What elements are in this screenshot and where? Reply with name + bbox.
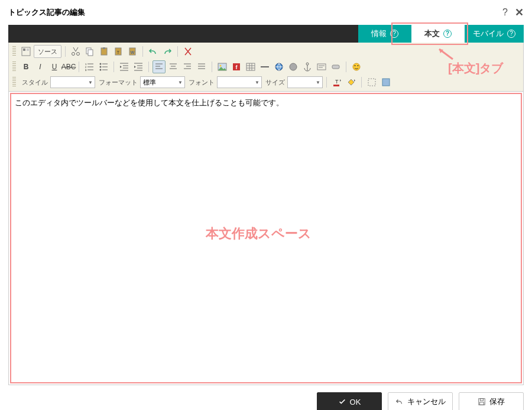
flash-icon[interactable]: f bbox=[230, 60, 243, 73]
outdent-icon[interactable] bbox=[118, 60, 131, 73]
paste-word-icon[interactable]: W bbox=[126, 45, 139, 58]
align-left-icon[interactable] bbox=[153, 60, 166, 73]
dialog-title: トピックス記事の編集 bbox=[8, 7, 85, 18]
dialog-header: トピックス記事の編集 ? ✕ bbox=[0, 0, 532, 25]
undo-icon[interactable] bbox=[147, 45, 160, 58]
svg-text:T: T bbox=[335, 79, 339, 85]
unlink-icon[interactable] bbox=[287, 60, 300, 73]
cut-icon[interactable] bbox=[69, 45, 82, 58]
image-icon[interactable] bbox=[216, 60, 229, 73]
svg-rect-62 bbox=[332, 65, 339, 69]
tab-info-label: 情報 bbox=[371, 28, 387, 39]
svg-point-65 bbox=[358, 65, 359, 66]
anchor-icon[interactable] bbox=[301, 60, 314, 73]
font-select[interactable] bbox=[217, 76, 262, 88]
svg-point-20 bbox=[100, 66, 102, 68]
toolbar-row-3: スタイル フォーマット 標準 フォント サイズ T bbox=[12, 76, 520, 89]
paste-icon[interactable] bbox=[98, 45, 111, 58]
help-icon[interactable]: ? bbox=[443, 30, 452, 38]
ul-icon[interactable] bbox=[97, 60, 110, 73]
redo-icon[interactable] bbox=[161, 45, 174, 58]
cancel-button[interactable]: キャンセル bbox=[388, 392, 453, 410]
tab-info[interactable]: 情報 ? bbox=[358, 25, 411, 43]
remove-format-icon[interactable] bbox=[181, 45, 194, 58]
ok-button[interactable]: OK bbox=[317, 392, 382, 410]
size-select[interactable] bbox=[287, 76, 323, 88]
style-select[interactable] bbox=[50, 76, 95, 88]
save-button[interactable]: 保存 bbox=[459, 392, 524, 410]
ok-label: OK bbox=[350, 398, 361, 406]
header-controls: ? ✕ bbox=[502, 6, 524, 19]
text-color-icon[interactable]: T bbox=[330, 76, 343, 89]
save-icon bbox=[478, 398, 486, 406]
maximize-icon[interactable] bbox=[379, 76, 392, 89]
help-icon[interactable]: ? bbox=[507, 30, 515, 38]
tab-mobile-label: モバイル bbox=[473, 28, 504, 39]
paste-text-icon[interactable]: T bbox=[112, 45, 125, 58]
bg-color-icon[interactable] bbox=[345, 76, 358, 89]
undo-icon bbox=[395, 398, 404, 406]
editor-body[interactable]: このエディタ内でツールバーなどを使用して本文を仕上げることも可能です。 bbox=[9, 92, 523, 385]
format-select[interactable]: 標準 bbox=[140, 76, 185, 88]
style-label: スタイル bbox=[22, 78, 48, 87]
italic-icon[interactable]: I bbox=[34, 60, 47, 73]
copy-icon[interactable] bbox=[83, 45, 96, 58]
svg-text:T: T bbox=[117, 50, 120, 54]
format-label: フォーマット bbox=[99, 78, 138, 87]
close-icon[interactable]: ✕ bbox=[515, 6, 524, 19]
svg-point-57 bbox=[306, 63, 309, 65]
separator bbox=[148, 62, 149, 72]
editor-toolbar: ソース T W B I U ABC 123 f bbox=[8, 43, 524, 92]
svg-text:3: 3 bbox=[85, 69, 87, 72]
toolbar-grip bbox=[12, 46, 16, 57]
svg-rect-1 bbox=[23, 49, 25, 51]
svg-rect-71 bbox=[480, 399, 483, 401]
toolbar-row-2: B I U ABC 123 f bbox=[12, 60, 520, 73]
hr-icon[interactable] bbox=[258, 60, 271, 73]
svg-point-64 bbox=[355, 65, 356, 66]
align-right-icon[interactable] bbox=[181, 60, 194, 73]
link-icon[interactable] bbox=[273, 60, 286, 73]
button-icon[interactable] bbox=[329, 60, 342, 73]
svg-rect-8 bbox=[103, 47, 105, 49]
separator bbox=[177, 46, 178, 57]
separator bbox=[65, 46, 66, 57]
tab-body-label: 本文 bbox=[424, 28, 440, 39]
svg-point-56 bbox=[290, 63, 297, 70]
svg-text:W: W bbox=[131, 50, 135, 54]
svg-rect-6 bbox=[88, 50, 93, 56]
separator bbox=[142, 46, 143, 57]
separator bbox=[79, 62, 79, 72]
separator bbox=[326, 77, 327, 88]
tab-mobile[interactable]: モバイル ? bbox=[465, 25, 524, 43]
toolbar-grip bbox=[12, 62, 16, 72]
svg-rect-69 bbox=[382, 79, 390, 86]
smiley-icon[interactable] bbox=[350, 60, 363, 73]
svg-point-3 bbox=[72, 53, 75, 56]
svg-point-21 bbox=[100, 69, 102, 71]
separator bbox=[113, 62, 114, 72]
svg-rect-2 bbox=[27, 49, 29, 51]
toolbar-grip bbox=[12, 77, 16, 88]
strike-icon[interactable]: ABC bbox=[62, 60, 75, 73]
toolbar-row-1: ソース T W bbox=[12, 45, 520, 58]
table-icon[interactable] bbox=[244, 60, 257, 73]
help-icon[interactable]: ? bbox=[502, 7, 508, 18]
textarea-icon[interactable] bbox=[315, 60, 328, 73]
indent-icon[interactable] bbox=[132, 60, 145, 73]
svg-rect-67 bbox=[333, 85, 339, 86]
save-label: 保存 bbox=[489, 396, 505, 407]
source-button[interactable]: ソース bbox=[34, 45, 61, 58]
show-blocks-icon[interactable] bbox=[365, 76, 378, 89]
ol-icon[interactable]: 123 bbox=[83, 60, 96, 73]
svg-rect-68 bbox=[368, 79, 375, 86]
help-icon[interactable]: ? bbox=[390, 30, 398, 38]
align-center-icon[interactable] bbox=[167, 60, 180, 73]
template-icon[interactable] bbox=[20, 45, 33, 58]
bold-icon[interactable]: B bbox=[20, 60, 33, 73]
tab-body[interactable]: 本文 ? bbox=[411, 25, 465, 43]
editor-container: このエディタ内でツールバーなどを使用して本文を仕上げることも可能です。 bbox=[8, 92, 524, 385]
underline-icon[interactable]: U bbox=[48, 60, 61, 73]
align-justify-icon[interactable] bbox=[195, 60, 208, 73]
svg-point-4 bbox=[77, 53, 80, 56]
